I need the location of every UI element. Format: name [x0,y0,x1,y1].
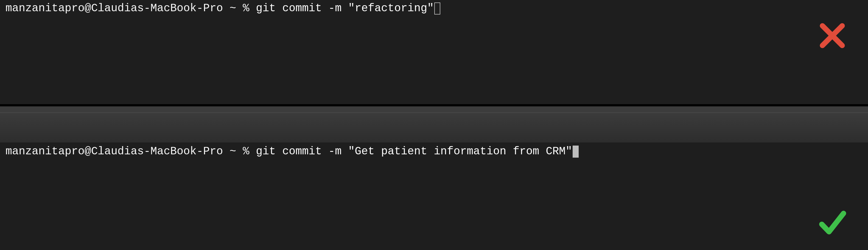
shell-prompt: manzanitapro@Claudias-MacBook-Pro ~ % [5,2,256,14]
cursor-icon [572,146,579,157]
cross-icon [816,19,849,52]
command-text: git commit -m "refactoring" [256,2,434,14]
shell-prompt: manzanitapro@Claudias-MacBook-Pro ~ % [5,145,256,157]
command-text: git commit -m "Get patient information f… [256,145,572,157]
command-line[interactable]: manzanitapro@Claudias-MacBook-Pro ~ % gi… [0,0,868,14]
terminal-pane-bad[interactable]: manzanitapro@Claudias-MacBook-Pro ~ % gi… [0,0,868,104]
cursor-icon [434,2,440,14]
check-icon [816,206,849,239]
pane-divider [0,104,868,113]
command-line[interactable]: manzanitapro@Claudias-MacBook-Pro ~ % gi… [0,143,868,157]
window-titlebar [0,113,868,143]
terminal-pane-good[interactable]: manzanitapro@Claudias-MacBook-Pro ~ % gi… [0,113,868,250]
